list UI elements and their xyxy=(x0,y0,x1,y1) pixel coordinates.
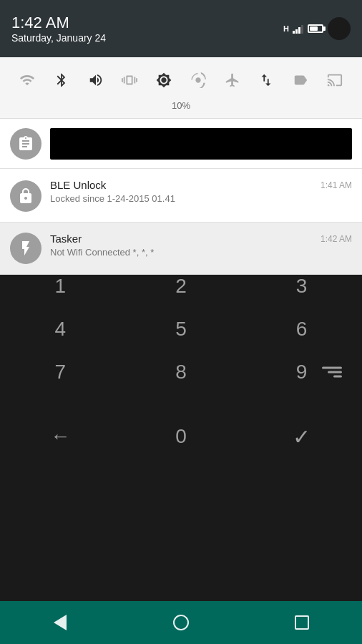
signal-bars-icon xyxy=(293,24,303,34)
ble-unlock-app-name: BLE Unlock xyxy=(50,179,106,191)
status-bar: 1:42 AM Saturday, January 24 H xyxy=(0,0,362,57)
keypad-row-2: 4 5 6 xyxy=(0,308,362,351)
brightness-toggle[interactable] xyxy=(151,67,177,93)
bluetooth-toggle[interactable] xyxy=(49,67,74,93)
key-5[interactable]: 5 xyxy=(149,318,213,341)
notification-clipboard[interactable] xyxy=(0,119,362,169)
network-type-label: H xyxy=(283,24,288,33)
clipboard-icon xyxy=(17,135,34,152)
tasker-header: Tasker 1:42 AM xyxy=(50,233,352,245)
status-date: Saturday, January 24 xyxy=(11,32,106,44)
keypad-row-4: ← 0 ✓ xyxy=(0,415,362,458)
ble-unlock-body: Locked since 1-24-2015 01.41 xyxy=(50,193,352,204)
status-icons: H xyxy=(283,17,351,40)
ble-unlock-time: 1:41 AM xyxy=(321,180,352,190)
nav-back-button[interactable] xyxy=(39,608,82,637)
key-8[interactable]: 8 xyxy=(149,361,213,384)
notifications-list: BLE Unlock 1:41 AM Locked since 1-24-201… xyxy=(0,119,362,275)
data-toggle[interactable] xyxy=(253,67,279,93)
ble-unlock-text: BLE Unlock 1:41 AM Locked since 1-24-201… xyxy=(50,179,352,204)
key-6[interactable]: 6 xyxy=(270,318,334,341)
quick-settings-icons-row xyxy=(14,67,348,93)
key-4[interactable]: 4 xyxy=(28,318,92,341)
quick-settings-panel: 10% xyxy=(0,57,362,119)
status-time-block: 1:42 AM Saturday, January 24 xyxy=(11,14,106,44)
tasker-body: Not Wifi Connected *, *, * xyxy=(50,247,352,258)
key-3[interactable]: 3 xyxy=(270,275,334,298)
recent-square-icon xyxy=(295,615,309,630)
ble-unlock-header: BLE Unlock 1:41 AM xyxy=(50,179,352,191)
key-0[interactable]: 0 xyxy=(149,425,213,448)
nav-bar xyxy=(0,601,362,644)
rotate-toggle[interactable] xyxy=(185,67,211,93)
back-triangle-icon xyxy=(54,615,67,630)
tasker-time: 1:42 AM xyxy=(321,234,352,244)
nav-home-button[interactable] xyxy=(160,608,202,637)
tasker-text: Tasker 1:42 AM Not Wifi Connected *, *, … xyxy=(50,233,352,258)
tasker-notif-icon xyxy=(10,233,41,264)
tasker-app-name: Tasker xyxy=(50,233,82,245)
keypad-menu-icon[interactable] xyxy=(316,367,342,378)
lock-icon xyxy=(17,187,34,205)
notification-ble-unlock[interactable]: BLE Unlock 1:41 AM Locked since 1-24-201… xyxy=(0,169,362,223)
clipboard-content-black xyxy=(50,128,352,160)
brightness-label: 10% xyxy=(14,97,348,112)
key-7[interactable]: 7 xyxy=(28,361,92,384)
camera-circle-icon xyxy=(328,17,351,40)
nfc-tag-icon[interactable] xyxy=(288,67,313,93)
key-backspace[interactable]: ← xyxy=(28,425,92,448)
home-circle-icon xyxy=(173,615,189,630)
volume-toggle[interactable] xyxy=(83,67,109,93)
nav-recent-button[interactable] xyxy=(280,608,323,637)
key-1[interactable]: 1 xyxy=(28,275,92,298)
ble-unlock-notif-icon xyxy=(10,180,41,212)
vibrate-toggle[interactable] xyxy=(117,67,142,93)
battery-icon xyxy=(308,24,323,33)
cast-icon[interactable] xyxy=(322,67,348,93)
keypad-row-3: 7 8 9 xyxy=(0,351,362,394)
key-2[interactable]: 2 xyxy=(149,275,213,298)
wifi-toggle[interactable] xyxy=(14,67,40,93)
key-confirm[interactable]: ✓ xyxy=(270,424,334,449)
lightning-icon xyxy=(17,240,34,257)
keypad-digits: 1 2 3 4 5 6 7 8 9 ← 0 ✓ xyxy=(0,265,362,458)
keypad-row-1: 1 2 3 xyxy=(0,265,362,308)
airplane-toggle[interactable] xyxy=(220,67,245,93)
status-time: 1:42 AM xyxy=(11,14,106,32)
clipboard-notif-icon xyxy=(10,128,41,160)
